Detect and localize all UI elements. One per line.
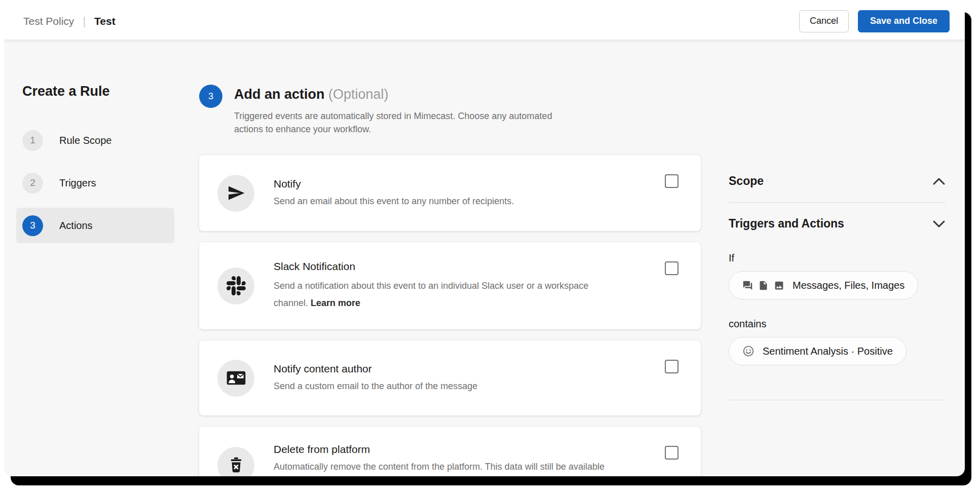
- action-card-slack-notification[interactable]: Slack Notification Send a notification a…: [199, 242, 701, 329]
- sidebar-step-actions[interactable]: 3 Actions: [16, 208, 174, 243]
- card-text: Slack Notification Send a notification a…: [274, 260, 590, 312]
- page-subtitle: Triggered events are automatically store…: [234, 109, 558, 136]
- file-icon: [758, 280, 769, 291]
- notify-icon-circle: [217, 175, 254, 212]
- step-1-label: Rule Scope: [59, 135, 111, 146]
- step-3-badge: 3: [199, 85, 222, 108]
- delete-icon-circle: [217, 447, 254, 476]
- slack-icon: [227, 276, 246, 295]
- breadcrumb: Test Policy | Test: [23, 15, 116, 28]
- step-1-circle: 1: [22, 130, 43, 151]
- action-card-delete-from-platform[interactable]: Delete from platform Automatically remov…: [199, 427, 701, 476]
- delete-icon: [228, 457, 245, 474]
- if-label: If: [729, 252, 946, 264]
- slack-notification-checkbox[interactable]: [665, 261, 679, 275]
- triggers-actions-section-title: Triggers and Actions: [729, 217, 844, 231]
- breadcrumb-rule-name: Test: [94, 15, 116, 27]
- contains-condition-chip[interactable]: Sentiment Analysis · Positive: [729, 337, 907, 365]
- page-title-text: Add an action: [234, 87, 325, 102]
- scope-section-title: Scope: [729, 174, 764, 188]
- topbar: Test Policy | Test Cancel Save and Close: [4, 3, 965, 40]
- optional-label: (Optional): [328, 87, 389, 102]
- cancel-button[interactable]: Cancel: [799, 10, 849, 32]
- breadcrumb-policy-name[interactable]: Test Policy: [23, 15, 74, 27]
- create-rule-title: Create a Rule: [22, 84, 199, 99]
- contact-mail-icon: [226, 368, 246, 388]
- content-area: Create a Rule 1 Rule Scope 2 Triggers 3 …: [4, 40, 965, 476]
- action-description: Automatically remove the content from th…: [274, 460, 608, 476]
- card-text: Notify content author Send a custom emai…: [274, 363, 477, 393]
- panel-divider: [729, 202, 946, 203]
- contains-chip-label: Sentiment Analysis · Positive: [763, 346, 893, 357]
- image-icon: [774, 280, 784, 291]
- actions-step-main: 3 Add an action (Optional) Triggered eve…: [199, 40, 701, 476]
- delete-from-platform-checkbox[interactable]: [665, 446, 679, 460]
- card-text: Delete from platform Automatically remov…: [274, 443, 608, 476]
- sidebar-step-rule-scope[interactable]: 1 Rule Scope: [16, 123, 174, 158]
- panel-bottom-divider: [729, 400, 946, 400]
- notify-checkbox[interactable]: [665, 174, 679, 188]
- action-description: Send a notification about this event to …: [274, 277, 590, 312]
- notify-content-author-checkbox[interactable]: [665, 360, 679, 373]
- action-title: Slack Notification: [274, 260, 590, 273]
- save-and-close-button[interactable]: Save and Close: [858, 10, 950, 32]
- rule-steps-sidebar: Create a Rule 1 Rule Scope 2 Triggers 3 …: [4, 40, 199, 476]
- step-2-circle: 2: [22, 173, 43, 194]
- step-2-label: Triggers: [59, 177, 96, 189]
- chat-icon: [742, 280, 753, 291]
- chip-icons: [742, 280, 784, 291]
- if-chip-label: Messages, Files, Images: [793, 280, 904, 291]
- scope-section-header[interactable]: Scope: [729, 174, 946, 188]
- learn-more-link[interactable]: Learn more: [311, 298, 360, 308]
- action-card-notify[interactable]: Notify Send an email about this event to…: [199, 155, 701, 231]
- rule-summary-panel: Scope Triggers and Actions If Messages, …: [701, 40, 965, 476]
- action-title: Notify: [274, 178, 514, 190]
- contains-label: contains: [729, 318, 946, 330]
- chevron-down-icon[interactable]: [932, 220, 946, 228]
- triggers-actions-section-header[interactable]: Triggers and Actions: [729, 217, 946, 231]
- page-title: Add an action (Optional): [234, 87, 558, 102]
- action-card-notify-content-author[interactable]: Notify content author Send a custom emai…: [199, 340, 701, 415]
- steps-list: 1 Rule Scope 2 Triggers 3 Actions: [16, 123, 199, 243]
- action-cards-list: Notify Send an email about this event to…: [199, 155, 701, 476]
- step-3-circle: 3: [22, 215, 43, 236]
- smiley-icon: [742, 345, 755, 357]
- action-title: Notify content author: [274, 363, 477, 375]
- topbar-actions: Cancel Save and Close: [799, 10, 950, 32]
- action-title: Delete from platform: [274, 443, 608, 455]
- breadcrumb-separator: |: [83, 15, 86, 28]
- rule-editor-window: Test Policy | Test Cancel Save and Close…: [4, 3, 965, 476]
- send-icon: [227, 184, 245, 202]
- step-3-label: Actions: [59, 220, 93, 232]
- slack-icon-circle: [217, 268, 254, 305]
- chevron-up-icon[interactable]: [932, 177, 946, 185]
- action-description: Send an email about this event to any nu…: [274, 195, 514, 208]
- contact-mail-icon-circle: [217, 360, 254, 397]
- sidebar-step-triggers[interactable]: 2 Triggers: [16, 165, 174, 201]
- step-header: 3 Add an action (Optional) Triggered eve…: [199, 84, 701, 136]
- if-condition-chip[interactable]: Messages, Files, Images: [729, 271, 918, 299]
- card-text: Notify Send an email about this event to…: [274, 178, 514, 208]
- action-description: Send a custom email to the author of the…: [274, 379, 477, 393]
